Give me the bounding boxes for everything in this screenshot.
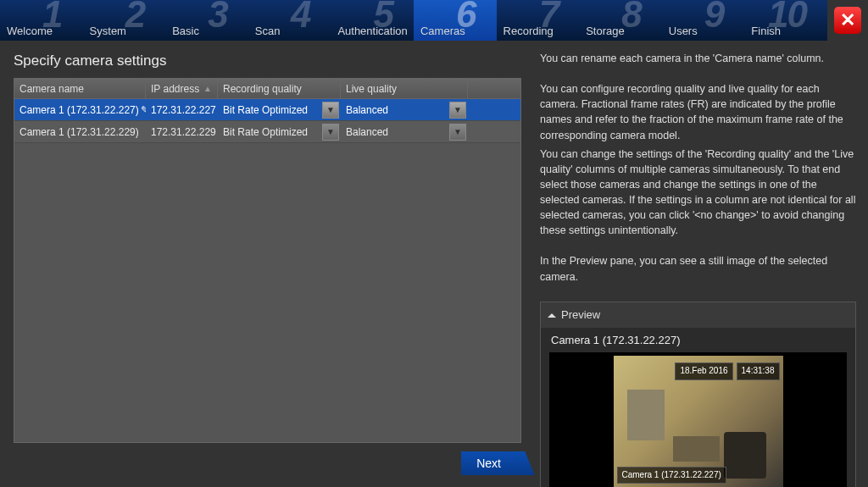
left-pane: Specify camera settings Camera name IP a… bbox=[0, 41, 530, 487]
help-text: You can configure recording quality and … bbox=[540, 81, 856, 241]
preview-title: Camera 1 (172.31.22.227) bbox=[549, 333, 847, 349]
close-icon: ✕ bbox=[834, 7, 861, 34]
chevron-down-icon[interactable]: ▼ bbox=[322, 124, 339, 141]
preview-header[interactable]: Preview bbox=[541, 302, 855, 329]
camera-label-overlay: Camera 1 (172.31.22.227) bbox=[617, 467, 726, 484]
step-welcome[interactable]: 1 Welcome bbox=[0, 0, 83, 41]
col-header-recording[interactable]: Recording quality bbox=[218, 79, 341, 98]
content: Specify camera settings Camera name IP a… bbox=[0, 41, 868, 487]
step-authentication[interactable]: 5 Authentication bbox=[331, 0, 414, 41]
step-cameras[interactable]: 6 Cameras bbox=[414, 0, 497, 41]
table-row[interactable]: Camera 1 (172.31.22.227) ✎ 172.31.22.227… bbox=[14, 99, 520, 121]
cell-ip: 172.31.22.229 bbox=[146, 121, 218, 142]
col-header-name[interactable]: Camera name bbox=[14, 79, 146, 98]
chevron-down-icon[interactable]: ▼ bbox=[322, 102, 339, 119]
timestamp-overlay: 18.Feb 2016 14:31:38 bbox=[675, 362, 779, 380]
step-system[interactable]: 2 System bbox=[83, 0, 166, 41]
step-users[interactable]: 9 Users bbox=[662, 0, 745, 41]
help-paragraph: You can change the settings of the 'Reco… bbox=[540, 147, 856, 239]
next-button[interactable]: Next bbox=[461, 451, 521, 475]
preview-frame: 18.Feb 2016 14:31:38 Camera 1 (172.31.22… bbox=[549, 352, 847, 487]
cell-live-quality[interactable]: Balanced ▼ bbox=[341, 121, 468, 142]
cell-recording-quality[interactable]: Bit Rate Optimized ▼ bbox=[218, 99, 341, 120]
step-finish[interactable]: 10 Finish bbox=[744, 0, 827, 41]
cell-camera-name[interactable]: Camera 1 (172.31.22.227) ✎ bbox=[14, 99, 146, 120]
step-recording[interactable]: 7 Recording bbox=[497, 0, 580, 41]
col-header-live[interactable]: Live quality bbox=[341, 79, 468, 98]
cell-ip: 172.31.22.227 bbox=[146, 99, 218, 120]
footer-buttons: Next bbox=[14, 443, 521, 475]
help-paragraph: You can configure recording quality and … bbox=[540, 81, 856, 143]
table-row[interactable]: Camera 1 (172.31.22.229) 172.31.22.229 B… bbox=[14, 121, 520, 143]
help-paragraph: In the Preview pane, you can see a still… bbox=[540, 253, 856, 284]
chevron-down-icon[interactable]: ▼ bbox=[449, 124, 466, 141]
preview-body: Camera 1 (172.31.22.227) 18.Feb 2016 14:… bbox=[541, 328, 855, 487]
caret-up-icon bbox=[548, 313, 556, 318]
col-header-ip[interactable]: IP address ▲ bbox=[146, 79, 218, 98]
page-title: Specify camera settings bbox=[14, 53, 521, 69]
close-button[interactable]: ✕ bbox=[827, 0, 868, 41]
table-header: Camera name IP address ▲ Recording quali… bbox=[14, 79, 520, 99]
step-scan[interactable]: 4 Scan bbox=[248, 0, 331, 41]
help-paragraph: You can rename each camera in the 'Camer… bbox=[540, 51, 856, 66]
chevron-down-icon[interactable]: ▼ bbox=[449, 102, 466, 119]
cell-live-quality[interactable]: Balanced ▼ bbox=[341, 99, 468, 120]
camera-still-image: 18.Feb 2016 14:31:38 Camera 1 (172.31.22… bbox=[614, 356, 783, 487]
right-pane: You can rename each camera in the 'Camer… bbox=[530, 41, 868, 487]
step-basic[interactable]: 3 Basic bbox=[165, 0, 248, 41]
cell-recording-quality[interactable]: Bit Rate Optimized ▼ bbox=[218, 121, 341, 142]
help-text: In the Preview pane, you can see a still… bbox=[540, 253, 856, 287]
sort-icon: ▲ bbox=[203, 84, 212, 93]
step-storage[interactable]: 8 Storage bbox=[579, 0, 662, 41]
help-text: You can rename each camera in the 'Camer… bbox=[540, 51, 856, 69]
camera-table: Camera name IP address ▲ Recording quali… bbox=[14, 78, 521, 443]
col-header-pad bbox=[468, 79, 502, 98]
cell-camera-name[interactable]: Camera 1 (172.31.22.229) bbox=[14, 121, 146, 142]
wizard-steps: 1 Welcome 2 System 3 Basic 4 Scan 5 Auth… bbox=[0, 0, 868, 41]
preview-panel: Preview Camera 1 (172.31.22.227) 18.Feb … bbox=[540, 302, 856, 487]
